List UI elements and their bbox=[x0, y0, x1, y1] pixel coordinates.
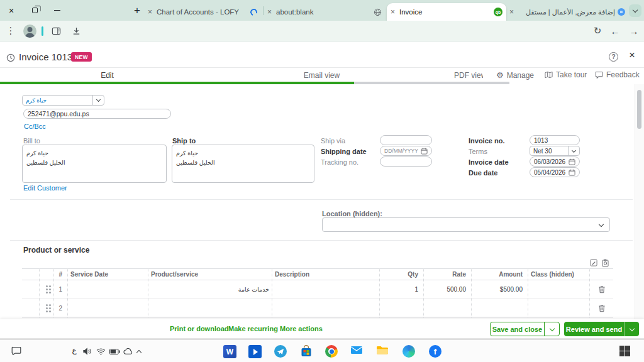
invoice-date-field[interactable]: 06/03/2026 bbox=[530, 156, 580, 167]
profile-avatar[interactable] bbox=[21, 21, 38, 41]
terms-select-chevron[interactable] bbox=[568, 146, 579, 155]
taskbar-chrome[interactable] bbox=[325, 345, 338, 358]
send-options-chevron[interactable] bbox=[624, 322, 639, 336]
back-button[interactable]: ← bbox=[608, 21, 623, 41]
forward-button[interactable]: → bbox=[626, 21, 641, 41]
edit-columns-icon[interactable] bbox=[590, 259, 597, 267]
calendar-icon[interactable] bbox=[421, 148, 428, 155]
volume-button[interactable] bbox=[83, 348, 92, 355]
cell-service-date[interactable] bbox=[67, 280, 148, 299]
drag-handle[interactable] bbox=[39, 299, 53, 317]
cell-description[interactable] bbox=[272, 280, 379, 299]
show-hidden-icons-button[interactable] bbox=[137, 349, 141, 354]
tab-mostaql[interactable]: × إضافة معرض, الأعمال | مستقل bbox=[509, 3, 628, 21]
history-clock-icon[interactable] bbox=[6, 53, 15, 62]
tab-close-icon[interactable]: × bbox=[267, 8, 276, 16]
tab-about-blank[interactable]: × about:blank bbox=[267, 3, 384, 21]
ship-via-field[interactable] bbox=[380, 135, 432, 145]
save-and-close-button[interactable]: Save and close bbox=[490, 322, 560, 336]
wifi-button[interactable] bbox=[96, 348, 106, 355]
more-actions-link[interactable]: More actions bbox=[280, 325, 323, 332]
cell-amount[interactable]: $500.00 bbox=[471, 280, 528, 299]
feedback-button[interactable]: Feedback bbox=[595, 70, 640, 79]
taskbar-movies-tv[interactable] bbox=[248, 345, 262, 358]
notifications-button[interactable] bbox=[11, 346, 21, 355]
table-row[interactable]: 2 bbox=[22, 299, 613, 318]
taskbar-file-explorer[interactable] bbox=[376, 345, 389, 355]
table-row[interactable]: 1 خدمات عامة 1 500.00 $500.00 bbox=[22, 280, 613, 299]
taskbar-edge[interactable] bbox=[402, 345, 415, 358]
review-and-send-button[interactable]: Review and send bbox=[564, 322, 639, 336]
make-recurring-link[interactable]: Make recurring bbox=[228, 325, 278, 332]
manage-button[interactable]: ⚙ Manage bbox=[496, 70, 534, 80]
tab-close-icon[interactable]: × bbox=[509, 8, 518, 16]
window-close-button[interactable]: × bbox=[3, 0, 19, 21]
help-button[interactable]: ? bbox=[609, 52, 618, 62]
tracking-field[interactable] bbox=[380, 156, 432, 167]
taskbar-mail[interactable] bbox=[350, 345, 363, 355]
drag-handle[interactable] bbox=[39, 280, 53, 299]
customer-select-chevron[interactable] bbox=[92, 96, 104, 105]
reload-button[interactable]: ↻ bbox=[590, 21, 605, 41]
cell-product[interactable]: خدمات عامة bbox=[148, 280, 272, 299]
take-tour-button[interactable]: Take tour bbox=[545, 70, 587, 79]
divider bbox=[10, 240, 633, 241]
tab-pdf-view[interactable]: PDF view bbox=[454, 71, 483, 80]
tab-chart-of-accounts[interactable]: × Chart of Accounts - LOFY bbox=[148, 3, 260, 21]
new-tab-button[interactable]: + bbox=[129, 0, 145, 21]
taskbar-word[interactable]: W bbox=[223, 345, 236, 358]
movies-tv-icon bbox=[248, 345, 262, 358]
terms-select[interactable]: Net 30 bbox=[530, 146, 580, 156]
taskbar-store[interactable] bbox=[300, 345, 313, 358]
tab-invoice[interactable]: × Invoice qb bbox=[387, 3, 506, 21]
customer-select[interactable]: حياة كرم bbox=[22, 95, 104, 106]
telegram-icon bbox=[274, 345, 287, 358]
location-select[interactable] bbox=[322, 217, 610, 232]
cell-amount[interactable] bbox=[471, 299, 528, 317]
onedrive-button[interactable] bbox=[123, 348, 133, 355]
table-settings-icon[interactable] bbox=[602, 259, 609, 267]
invoice-no-field[interactable]: 1013 bbox=[530, 135, 580, 145]
tab-search-button[interactable] bbox=[629, 4, 641, 17]
tab-close-icon[interactable]: × bbox=[391, 8, 399, 16]
cell-rate[interactable]: 500.00 bbox=[423, 280, 471, 299]
downloads-button[interactable] bbox=[68, 21, 84, 41]
ship-to-field[interactable]: حياة كرم الخليل فلسطين bbox=[172, 145, 314, 183]
calendar-icon[interactable] bbox=[569, 169, 575, 176]
tab-close-icon[interactable]: × bbox=[148, 8, 157, 16]
email-field[interactable]: 252471@ppu.edu.ps bbox=[23, 109, 171, 119]
bill-to-field[interactable]: حياة كرم الخليل فلسطين bbox=[22, 145, 167, 183]
cell-qty[interactable] bbox=[379, 299, 423, 317]
save-options-chevron[interactable] bbox=[544, 322, 559, 336]
battery-button[interactable] bbox=[109, 349, 120, 354]
cell-qty[interactable]: 1 bbox=[379, 280, 423, 299]
window-restore-button[interactable] bbox=[26, 0, 43, 21]
shipping-date-field[interactable]: DD/MM/YYYY bbox=[380, 146, 432, 156]
ccbcc-link[interactable]: Cc/Bcc bbox=[24, 123, 46, 130]
cell-class[interactable] bbox=[528, 280, 589, 299]
taskbar-telegram[interactable] bbox=[274, 345, 287, 358]
delete-row-button[interactable] bbox=[589, 280, 613, 299]
cell-service-date[interactable] bbox=[67, 299, 148, 317]
tab-edit[interactable]: Edit bbox=[0, 71, 214, 80]
language-indicator[interactable]: ع bbox=[69, 346, 79, 354]
close-invoice-button[interactable]: × bbox=[629, 49, 635, 62]
print-download-link[interactable]: Print or download bbox=[170, 325, 229, 332]
scrollbar-thumb[interactable] bbox=[637, 90, 641, 129]
due-date-field[interactable]: 05/04/2026 bbox=[530, 167, 580, 177]
taskbar-facebook[interactable]: f bbox=[429, 345, 441, 358]
start-button[interactable] bbox=[619, 346, 630, 356]
tab-email-view[interactable]: Email view bbox=[214, 71, 429, 80]
browser-menu-button[interactable]: ⋮ bbox=[4, 21, 18, 41]
due-date-label: Due date bbox=[469, 169, 497, 177]
reading-list-button[interactable] bbox=[48, 21, 64, 41]
cell-class[interactable] bbox=[528, 299, 589, 317]
cell-rate[interactable] bbox=[423, 299, 471, 317]
calendar-icon[interactable] bbox=[569, 158, 575, 165]
location-select-chevron[interactable] bbox=[593, 224, 609, 226]
cell-product[interactable] bbox=[148, 299, 272, 317]
edit-customer-link[interactable]: Edit Customer bbox=[23, 184, 67, 192]
delete-row-button[interactable] bbox=[589, 299, 613, 317]
window-minimize-button[interactable] bbox=[49, 0, 65, 21]
cell-description[interactable] bbox=[272, 299, 379, 317]
